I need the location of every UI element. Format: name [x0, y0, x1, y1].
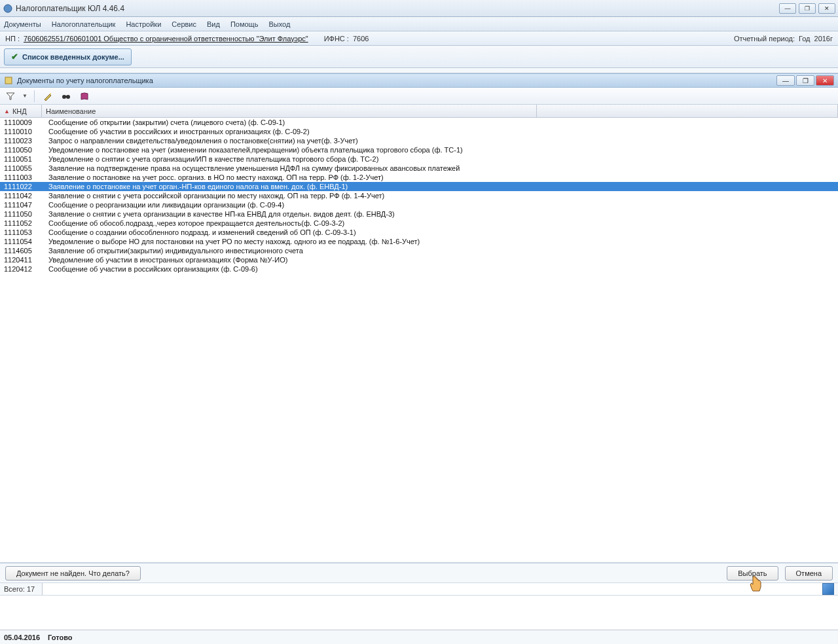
table-row[interactable]: 1111052Сообщение об обособ.подразд.,чере…: [0, 219, 838, 228]
cell-name: Сообщение об обособ.подразд.,через котор…: [42, 219, 537, 227]
cell-knd: 1111022: [0, 183, 42, 190]
inner-titlebar: Документы по учету налогоплательщика — ❐…: [0, 73, 838, 88]
cell-name: Сообщение об участии в российских органи…: [42, 265, 537, 273]
table-row[interactable]: 1111047Сообщение о реорганизации или лик…: [0, 200, 838, 209]
app-title: Налогоплательщик ЮЛ 4.46.4: [16, 4, 124, 13]
inner-minimize-button[interactable]: —: [776, 75, 795, 86]
cell-name: Заявление о снятии с учета российской ор…: [42, 192, 537, 200]
menubar: Документы Налогоплательщик Настройки Сер…: [0, 17, 838, 31]
cell-knd: 1111042: [0, 192, 42, 200]
menu-exit[interactable]: Выход: [268, 20, 290, 28]
close-button[interactable]: ✕: [818, 3, 835, 14]
separator: [0, 68, 838, 73]
cell-name: Заявление об открытии(закрытии) индивиду…: [42, 247, 537, 255]
cell-knd: 1111047: [0, 201, 42, 209]
cell-name: Заявление о постановке на учет росс. орг…: [42, 173, 537, 181]
table-row[interactable]: 1110009Сообщение об открытии (закрытии) …: [0, 118, 838, 127]
inner-maximize-button[interactable]: ❐: [796, 75, 814, 86]
inner-toolbar: ▼: [0, 88, 838, 105]
bottom-bar: Документ не найден. Что делать? Выбрать …: [0, 563, 838, 582]
table-row[interactable]: 1110055Заявление на подтверждение права …: [0, 164, 838, 173]
resize-grip-icon[interactable]: [822, 583, 834, 595]
svg-point-0: [4, 5, 12, 12]
cell-knd: 1111054: [0, 238, 42, 245]
svg-rect-1: [5, 77, 12, 84]
cell-knd: 1110055: [0, 164, 42, 172]
inner-title: Документы по учету налогоплательщика: [17, 77, 153, 84]
table-row[interactable]: 1120411Уведомление об участии в иностран…: [0, 255, 838, 264]
select-button[interactable]: Выбрать: [727, 566, 778, 581]
cancel-button[interactable]: Отмена: [785, 566, 833, 581]
not-found-label: Документ не найден. Что делать?: [16, 569, 130, 577]
column-name[interactable]: Наименование: [42, 105, 537, 117]
cell-name: Заявление о снятии с учета организации в…: [42, 210, 537, 218]
wand-icon[interactable]: [41, 90, 54, 103]
grid-header: ▲ КНД Наименование: [0, 105, 838, 118]
table-row[interactable]: 1114605Заявление об открытии(закрытии) и…: [0, 246, 838, 255]
table-row[interactable]: 1120412Сообщение об участии в российских…: [0, 264, 838, 274]
table-row[interactable]: 1110051Уведомление о снятии с учета орга…: [0, 154, 838, 164]
cell-name: Заявление на подтверждение права на осущ…: [42, 164, 537, 172]
np-link[interactable]: 7606062551/760601001 Общество с ограниче…: [24, 35, 308, 43]
menu-settings[interactable]: Настройки: [126, 20, 161, 28]
cell-knd: 1114605: [0, 247, 42, 255]
main-toolbar: ✔ Список введенных докуме...: [0, 46, 838, 68]
minimize-button[interactable]: —: [779, 3, 796, 14]
cell-knd: 1110023: [0, 137, 42, 145]
cell-knd: 1120411: [0, 256, 42, 264]
ifns-label: ИФНС :: [324, 35, 349, 43]
table-row[interactable]: 1111050Заявление о снятии с учета органи…: [0, 209, 838, 219]
doc-list-label: Список введенных докуме...: [22, 53, 124, 61]
column-knd[interactable]: ▲ КНД: [0, 105, 42, 117]
inner-icon: [4, 76, 14, 85]
cell-knd: 1111050: [0, 210, 42, 218]
cell-name: Сообщение о создании обособленного подра…: [42, 228, 537, 236]
cell-name: Уведомление о выборе НО для постановки н…: [42, 238, 537, 245]
menu-help[interactable]: Помощь: [230, 20, 259, 28]
cell-name: Уведомление о снятии с учета организации…: [42, 155, 537, 163]
menu-service[interactable]: Сервис: [172, 20, 196, 28]
cell-knd: 1111003: [0, 173, 42, 181]
menu-taxpayer[interactable]: Налогоплательщик: [52, 20, 116, 28]
cell-name: Запрос о направлении свидетельства/уведо…: [42, 137, 537, 145]
select-label: Выбрать: [738, 569, 767, 577]
table-row[interactable]: 1111042Заявление о снятии с учета россий…: [0, 191, 838, 200]
cell-knd: 1120412: [0, 265, 42, 273]
table-row[interactable]: 1111054Уведомление о выборе НО для поста…: [0, 237, 838, 246]
menu-documents[interactable]: Документы: [4, 20, 41, 28]
doc-list-button[interactable]: ✔ Список введенных докуме...: [4, 48, 132, 65]
binoculars-icon[interactable]: [60, 90, 73, 103]
cell-knd: 1110010: [0, 128, 42, 135]
infobar: НП : 7606062551/760601001 Общество с огр…: [0, 31, 838, 46]
footer-ready: Готово: [48, 634, 72, 641]
filter-dropdown-icon[interactable]: ▼: [22, 93, 27, 99]
column-name-label: Наименование: [46, 107, 96, 115]
status-total: Всего: 17: [0, 582, 838, 596]
table-row[interactable]: 1111053Сообщение о создании обособленног…: [0, 228, 838, 237]
footer-statusbar: 05.04.2016 Готово: [0, 630, 838, 644]
sort-asc-icon: ▲: [4, 108, 10, 115]
table-row[interactable]: 1110010Сообщение об участии в российских…: [0, 127, 838, 136]
cell-name: Сообщение об открытии (закрытии) счета (…: [42, 118, 537, 126]
period-label: Отчетный период:: [734, 35, 795, 43]
cell-knd: 1110051: [0, 155, 42, 163]
ifns-value: 7606: [353, 35, 369, 43]
column-knd-label: КНД: [12, 107, 27, 115]
total-label: Всего: 17: [4, 585, 41, 593]
separator: [34, 90, 35, 102]
book-icon[interactable]: [78, 90, 91, 103]
table-row[interactable]: 1111003Заявление о постановке на учет ро…: [0, 173, 838, 182]
not-found-button[interactable]: Документ не найден. Что делать?: [5, 566, 141, 581]
inner-close-button[interactable]: ✕: [816, 75, 834, 86]
filter-icon[interactable]: [4, 90, 17, 103]
table-row[interactable]: 1111022Заявление о постановке на учет ор…: [0, 182, 838, 191]
menu-view[interactable]: Вид: [207, 20, 220, 28]
table-row[interactable]: 1110050Уведомление о постановке на учет …: [0, 145, 838, 154]
cell-knd: 1111052: [0, 219, 42, 227]
table-row[interactable]: 1110023Запрос о направлении свидетельств…: [0, 136, 838, 145]
document-grid: ▲ КНД Наименование 1110009Сообщение об о…: [0, 105, 838, 563]
cell-knd: 1110050: [0, 146, 42, 154]
app-icon: [3, 3, 13, 14]
check-icon: ✔: [11, 52, 18, 62]
maximize-button[interactable]: ❐: [799, 3, 816, 14]
